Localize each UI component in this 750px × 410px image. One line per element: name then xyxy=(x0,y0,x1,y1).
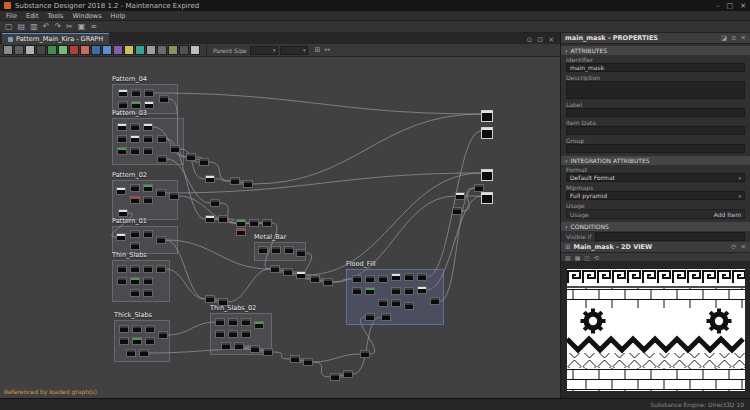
graph-node[interactable] xyxy=(378,275,388,283)
graph-node[interactable] xyxy=(205,215,215,223)
graph-node[interactable] xyxy=(430,297,440,305)
graph-node[interactable] xyxy=(234,342,244,350)
undo-icon[interactable]: ↶ xyxy=(43,22,50,32)
graph-node[interactable] xyxy=(117,277,127,285)
graph-node[interactable] xyxy=(481,127,493,139)
2d-view-icon[interactable]: ⊞ xyxy=(565,243,570,251)
menu-tools[interactable]: Tools xyxy=(47,12,63,20)
graph-node[interactable] xyxy=(126,349,136,357)
graph-node[interactable] xyxy=(130,196,140,204)
graph-node[interactable] xyxy=(481,169,493,181)
group-input[interactable] xyxy=(566,144,745,153)
graph-node[interactable] xyxy=(130,230,140,238)
graph-node[interactable] xyxy=(365,313,375,321)
graph-node[interactable] xyxy=(139,349,149,357)
graph-node[interactable] xyxy=(254,321,264,329)
graph-node[interactable] xyxy=(117,265,127,273)
menu-help[interactable]: Help xyxy=(111,12,126,20)
graph-node[interactable] xyxy=(283,268,293,276)
graph-node[interactable] xyxy=(365,287,375,295)
graph-node[interactable] xyxy=(169,192,179,200)
graph-node[interactable] xyxy=(130,265,140,273)
graph-node[interactable] xyxy=(455,192,465,200)
graph-node[interactable] xyxy=(118,101,128,109)
graph-node[interactable] xyxy=(218,298,228,306)
mipmaps-select[interactable]: Full pyramid▾ xyxy=(566,191,745,200)
graph-node[interactable] xyxy=(145,337,155,345)
format-select[interactable]: Default Format▾ xyxy=(566,173,745,182)
2d-view-canvas[interactable] xyxy=(567,269,745,391)
graph-node[interactable] xyxy=(323,278,333,286)
menu-edit[interactable]: Edit xyxy=(26,12,39,20)
graph-node[interactable] xyxy=(199,158,209,166)
graph-node[interactable] xyxy=(360,350,370,358)
graph-node[interactable] xyxy=(117,135,127,143)
palette-node-icon[interactable] xyxy=(47,45,57,55)
graph-node[interactable] xyxy=(132,337,142,345)
save-view-icon[interactable]: ▥ xyxy=(565,254,571,261)
section-attributes[interactable]: ▾ATTRIBUTES xyxy=(561,46,750,55)
palette-node-icon[interactable] xyxy=(102,45,112,55)
graph-node[interactable] xyxy=(186,153,196,161)
graph-node[interactable] xyxy=(481,192,493,204)
graph-node[interactable] xyxy=(417,286,427,294)
graph-node[interactable] xyxy=(474,184,484,192)
label-input[interactable] xyxy=(566,108,745,117)
graph-node[interactable] xyxy=(284,246,294,254)
graph-node[interactable] xyxy=(258,246,268,254)
graph-node[interactable] xyxy=(404,287,414,295)
description-input[interactable] xyxy=(566,81,745,99)
graph-node[interactable] xyxy=(116,187,126,195)
graph-node[interactable] xyxy=(205,295,215,303)
graph-node[interactable] xyxy=(143,196,153,204)
section-conditions[interactable]: ▾CONDITIONS xyxy=(561,222,750,231)
graph-node[interactable] xyxy=(404,273,414,281)
menu-file[interactable]: File xyxy=(6,12,17,20)
tiling-icon[interactable]: ▦ xyxy=(575,254,581,261)
palette-node-icon[interactable] xyxy=(157,45,167,55)
graph-node[interactable] xyxy=(119,337,129,345)
palette-node-icon[interactable] xyxy=(113,45,123,55)
pin-icon[interactable]: ◪ xyxy=(721,34,727,42)
graph-node[interactable] xyxy=(296,271,306,279)
graph-node[interactable] xyxy=(262,219,272,227)
focus-icon[interactable]: ⊙ xyxy=(526,36,532,44)
graph-node[interactable] xyxy=(143,123,153,131)
graph-node[interactable] xyxy=(381,313,391,321)
palette-node-icon[interactable] xyxy=(168,45,178,55)
palette-node-icon[interactable] xyxy=(14,45,24,55)
identifier-input[interactable]: main_mask xyxy=(566,63,745,72)
graph-node[interactable] xyxy=(118,209,128,217)
pin-icon[interactable]: ⊡ xyxy=(537,36,543,44)
graph-node[interactable] xyxy=(215,330,225,338)
graph-node[interactable] xyxy=(241,318,251,326)
channels-icon[interactable]: ◫ xyxy=(584,254,590,261)
cut-icon[interactable]: ✂ xyxy=(66,22,73,32)
graph-node[interactable] xyxy=(116,233,126,241)
add-item-button[interactable]: Add Item xyxy=(714,211,741,218)
graph-node[interactable] xyxy=(263,348,273,356)
palette-node-icon[interactable] xyxy=(190,45,200,55)
graph-node[interactable] xyxy=(250,345,260,353)
graph-node[interactable] xyxy=(144,101,154,109)
fit-view-icon[interactable]: ⟲ xyxy=(594,254,599,261)
menu-icon[interactable]: ≡ xyxy=(731,34,736,42)
menu-windows[interactable]: Windows xyxy=(73,12,102,20)
graph-node[interactable] xyxy=(131,89,141,97)
graph-node[interactable] xyxy=(130,147,140,155)
graph-node[interactable] xyxy=(290,355,300,363)
palette-node-icon[interactable] xyxy=(179,45,189,55)
graph-node[interactable] xyxy=(130,277,140,285)
graph-node[interactable] xyxy=(249,219,259,227)
graph-node[interactable] xyxy=(117,147,127,155)
palette-node-icon[interactable] xyxy=(25,45,35,55)
graph-node[interactable] xyxy=(156,265,166,273)
graph-node[interactable] xyxy=(119,325,129,333)
graph-node[interactable] xyxy=(236,219,246,227)
graph-node[interactable] xyxy=(391,287,401,295)
graph-node[interactable] xyxy=(221,342,231,350)
graph-node[interactable] xyxy=(143,184,153,192)
graph-node[interactable] xyxy=(157,155,167,163)
graph-node[interactable] xyxy=(130,242,140,250)
palette-node-icon[interactable] xyxy=(124,45,134,55)
